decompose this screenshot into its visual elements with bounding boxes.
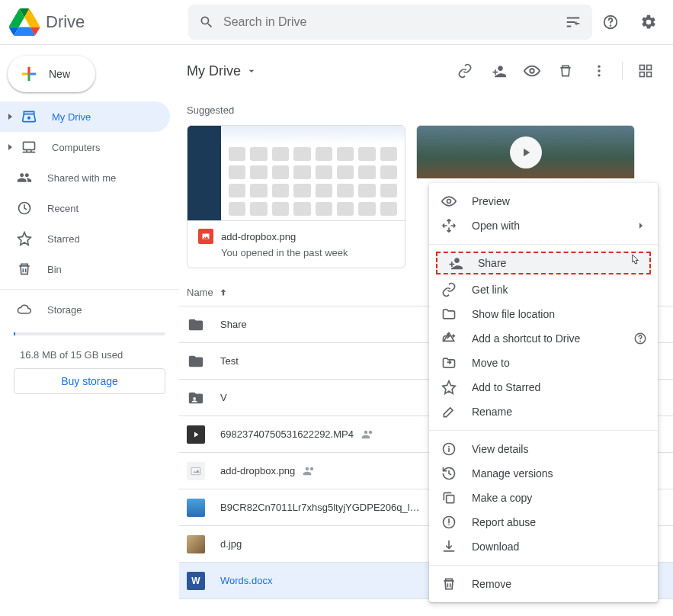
help-icon[interactable] xyxy=(633,332,647,345)
preview-icon xyxy=(441,194,457,209)
play-icon xyxy=(510,136,542,168)
cursor-pointer-icon xyxy=(627,253,641,270)
video-file-icon xyxy=(187,425,205,444)
toolbar: My Drive xyxy=(179,48,673,94)
svg-rect-12 xyxy=(647,72,652,77)
svg-rect-11 xyxy=(640,72,645,77)
ctx-share[interactable]: Share xyxy=(435,251,652,275)
expand-icon xyxy=(6,113,14,120)
sidebar-item-label: Starred xyxy=(47,233,80,245)
help-button[interactable] xyxy=(595,7,626,37)
ctx-download[interactable]: Download xyxy=(429,534,658,559)
submenu-arrow-icon xyxy=(635,220,647,232)
ctx-view-details[interactable]: View details xyxy=(429,437,658,461)
ctx-move-to[interactable]: Move to xyxy=(429,351,658,375)
new-button-label: New xyxy=(49,68,70,80)
sidebar-item-label: Computers xyxy=(52,142,101,153)
image-file-icon xyxy=(187,499,205,517)
sidebar-item-label: Recent xyxy=(47,203,79,214)
svg-point-6 xyxy=(598,66,600,68)
image-file-icon xyxy=(187,535,205,553)
my-drive-icon xyxy=(21,109,37,124)
svg-point-5 xyxy=(530,69,534,73)
sidebar: New My Drive Computers Shared with me Re… xyxy=(0,45,179,616)
search-bar[interactable] xyxy=(188,5,592,40)
logo-area[interactable]: Drive xyxy=(9,7,188,37)
bin-icon xyxy=(17,261,32,277)
ctx-manage-versions[interactable]: Manage versions xyxy=(429,461,658,486)
sidebar-item-recent[interactable]: Recent xyxy=(0,193,170,223)
ctx-rename[interactable]: Rename xyxy=(429,399,658,424)
get-link-button[interactable] xyxy=(450,56,480,86)
drive-logo-icon xyxy=(9,7,40,37)
suggested-title: add-dropbox.png xyxy=(221,231,296,242)
svg-rect-10 xyxy=(647,66,652,70)
star-icon xyxy=(17,231,32,246)
file-name: d.jpg xyxy=(220,538,242,550)
sidebar-item-starred[interactable]: Starred xyxy=(0,223,170,254)
sort-asc-icon xyxy=(218,287,229,298)
info-icon xyxy=(441,441,457,457)
ctx-show-location[interactable]: Show file location xyxy=(429,302,658,326)
settings-button[interactable] xyxy=(633,7,664,37)
new-button[interactable]: New xyxy=(8,56,95,92)
ctx-get-link[interactable]: Get link xyxy=(429,278,658,302)
buy-storage-button[interactable]: Buy storage xyxy=(14,368,165,394)
more-button[interactable] xyxy=(584,56,614,86)
suggested-subtitle: You opened in the past week xyxy=(187,247,405,268)
ctx-add-starred[interactable]: Add to Starred xyxy=(429,375,658,399)
file-name: add-dropbox.png xyxy=(220,465,295,476)
sidebar-item-storage[interactable]: Storage xyxy=(0,294,170,325)
breadcrumb[interactable]: My Drive xyxy=(187,63,258,79)
svg-point-8 xyxy=(598,74,600,76)
rename-icon xyxy=(441,404,457,419)
view-grid-button[interactable] xyxy=(630,56,661,86)
storage-bar xyxy=(14,332,165,335)
svg-rect-14 xyxy=(191,467,200,474)
sidebar-item-my-drive[interactable]: My Drive xyxy=(0,101,170,132)
ctx-make-copy[interactable]: Make a copy xyxy=(429,486,658,510)
svg-rect-19 xyxy=(447,496,454,503)
suggested-label: Suggested xyxy=(179,94,673,125)
copy-icon xyxy=(441,490,457,505)
suggested-thumb xyxy=(416,125,635,178)
search-input[interactable] xyxy=(223,15,565,29)
file-name: Share xyxy=(220,319,247,330)
svg-rect-3 xyxy=(24,142,35,149)
computers-icon xyxy=(21,140,37,155)
delete-button[interactable] xyxy=(550,56,581,86)
recent-icon xyxy=(17,201,32,216)
ctx-open-with[interactable]: Open with xyxy=(429,213,658,238)
suggested-card[interactable]: add-dropbox.png You opened in the past w… xyxy=(187,125,405,268)
shortcut-icon xyxy=(441,331,457,346)
move-icon xyxy=(441,355,457,371)
word-file-icon: W xyxy=(187,572,205,590)
sidebar-item-bin[interactable]: Bin xyxy=(0,254,170,284)
share-button[interactable] xyxy=(483,56,514,86)
open-with-icon xyxy=(441,218,457,233)
sidebar-item-label: Shared with me xyxy=(47,172,116,184)
sidebar-item-shared[interactable]: Shared with me xyxy=(0,162,170,193)
shared-indicator-icon xyxy=(303,464,316,478)
ctx-preview[interactable]: Preview xyxy=(429,189,658,213)
ctx-add-shortcut[interactable]: Add a shortcut to Drive xyxy=(429,326,658,351)
sidebar-item-label: Bin xyxy=(47,264,62,275)
download-icon xyxy=(441,539,457,554)
cloud-icon xyxy=(17,302,32,317)
svg-point-7 xyxy=(598,69,600,72)
star-icon xyxy=(441,380,457,395)
ctx-remove[interactable]: Remove xyxy=(429,572,658,596)
app-name: Drive xyxy=(46,12,85,32)
search-options-icon[interactable] xyxy=(565,14,582,30)
suggested-thumb xyxy=(187,126,405,221)
search-icon xyxy=(199,14,214,30)
column-name: Name xyxy=(187,287,213,298)
svg-point-13 xyxy=(193,397,196,400)
sidebar-item-computers[interactable]: Computers xyxy=(0,132,170,162)
shared-icon xyxy=(17,170,32,185)
report-icon xyxy=(441,515,457,530)
file-name: V xyxy=(220,392,227,403)
folder-icon xyxy=(187,352,205,371)
preview-button[interactable] xyxy=(517,56,547,86)
ctx-report-abuse[interactable]: Report abuse xyxy=(429,510,658,534)
